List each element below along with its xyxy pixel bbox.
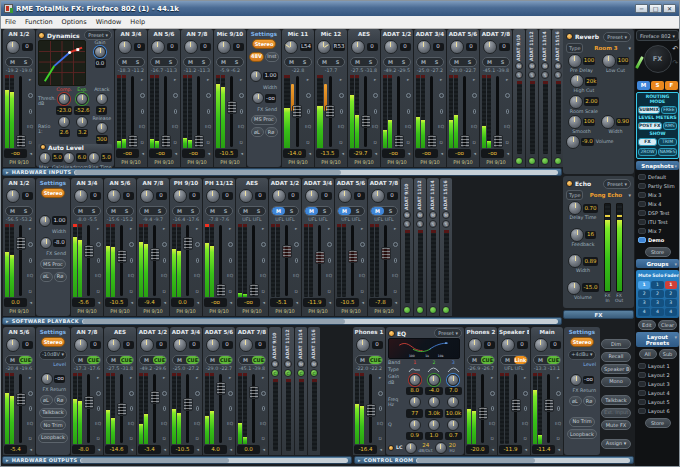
talkback-dot-icon[interactable]	[373, 93, 378, 98]
collapse-strip-icon[interactable]: ◂	[28, 446, 34, 453]
channel-label[interactable]: ADAT 7/8	[481, 30, 511, 38]
collapse-strip-icon[interactable]: ◂	[378, 446, 384, 453]
talkback-dot-icon[interactable]	[523, 391, 528, 396]
channel-label[interactable]: AES	[349, 30, 379, 38]
checkbox[interactable]	[638, 381, 646, 387]
phase-left-button[interactable]: øL	[40, 272, 53, 282]
solo-button[interactable]: S	[164, 58, 177, 66]
fader[interactable]	[281, 224, 292, 297]
pan-knob[interactable]	[468, 338, 482, 352]
band2-freq-knob[interactable]	[428, 396, 440, 408]
eq-indicator[interactable]: EQ	[377, 422, 383, 426]
fader-cap[interactable]	[493, 135, 503, 148]
menu-item-help[interactable]: Help	[130, 18, 145, 26]
inputs-scrollbar[interactable]	[74, 170, 558, 175]
list-item-partly-slim[interactable]: Partly Slim	[638, 182, 677, 190]
solo-group-4[interactable]: 4	[651, 308, 663, 316]
undo-icon[interactable]: ↶	[672, 46, 678, 53]
fader[interactable]	[459, 75, 470, 148]
solo-button[interactable]: S	[515, 71, 523, 79]
collapse-strip-icon[interactable]: ◂	[523, 446, 529, 453]
pan-knob[interactable]	[239, 338, 253, 352]
channel-label[interactable]: ADAT 9/10	[405, 180, 410, 210]
pan-knob[interactable]	[272, 189, 286, 203]
collapse-strip-icon[interactable]: ◂	[140, 150, 146, 157]
band2-gain-knob[interactable]	[428, 374, 440, 386]
channel-label[interactable]: AN 1/2	[4, 179, 34, 187]
mute-button[interactable]: M	[528, 62, 536, 70]
dynamics-indicator[interactable]: D	[261, 290, 264, 294]
mute-button[interactable]: M	[151, 58, 164, 66]
checkbox[interactable]	[638, 219, 646, 225]
fader[interactable]	[127, 75, 138, 148]
collapse-row-icon[interactable]: ▸	[6, 318, 9, 324]
phantom-48v-button[interactable]: 48V	[249, 52, 264, 62]
fader[interactable]	[248, 224, 259, 297]
pan-knob[interactable]	[74, 338, 88, 352]
fader-cap[interactable]	[544, 399, 554, 412]
cue-button[interactable]: CUE	[219, 356, 232, 364]
solo-button[interactable]: S	[252, 207, 265, 215]
list-item-mix-3[interactable]: Mix 3	[638, 191, 677, 199]
fader[interactable]	[193, 75, 204, 148]
mute-button[interactable]: M	[284, 360, 292, 368]
solo-button[interactable]: S	[120, 207, 133, 215]
collapse-strip-icon[interactable]: ◂	[129, 446, 135, 453]
talkback-dot-icon[interactable]	[28, 242, 33, 247]
mute-button[interactable]: M	[173, 356, 186, 364]
title-bar[interactable]: RME TotalMix FX: Fireface 802 (1) - 44.1…	[1, 1, 679, 16]
mute-button[interactable]: M	[534, 356, 547, 364]
dynamics-indicator[interactable]: D	[195, 290, 198, 294]
channel-label[interactable]: AN 3/4	[72, 179, 102, 187]
cue-button[interactable]: C	[310, 369, 318, 377]
free-toggle[interactable]: FREE	[661, 106, 677, 115]
fader-cap[interactable]	[325, 105, 335, 118]
fx-output-knob[interactable]: FX	[644, 45, 672, 73]
channel-label[interactable]: ADAT 1/2	[138, 328, 168, 336]
checkbox[interactable]	[638, 210, 646, 216]
mute-button[interactable]: M	[483, 58, 496, 66]
outputs-scrollbar[interactable]	[80, 458, 348, 463]
pan-knob[interactable]	[107, 189, 121, 203]
dynamics-indicator[interactable]: D	[195, 437, 198, 441]
solo-button[interactable]: S	[186, 207, 199, 215]
loopback-button[interactable]: Loopback	[38, 433, 68, 443]
talkback-dot-icon[interactable]	[129, 242, 134, 247]
dynamics-indicator[interactable]: D	[28, 290, 31, 294]
snapshots-header[interactable]: Snapshots▾	[636, 161, 679, 170]
echo-type-value[interactable]: Pong Echo	[585, 192, 626, 198]
dynamics-indicator[interactable]: D	[523, 437, 526, 441]
fader[interactable]	[182, 224, 193, 297]
hardware-inputs-bar[interactable]: ▸ HARDWARE INPUTS	[2, 168, 562, 176]
eq-indicator[interactable]: EQ	[95, 422, 101, 426]
pan-knob[interactable]	[501, 338, 515, 352]
fader[interactable]	[15, 75, 26, 148]
fader-group-2[interactable]: 2	[665, 290, 677, 298]
dynamics-enable-led[interactable]	[38, 32, 45, 39]
cue-button[interactable]: CUE	[481, 356, 494, 364]
pre-delay-knob[interactable]	[568, 54, 582, 68]
cue-button[interactable]: C	[271, 369, 279, 377]
mute-button[interactable]: M	[338, 207, 351, 215]
dynamics-indicator[interactable]: D	[162, 290, 165, 294]
names-toggle[interactable]: NAMES	[658, 148, 677, 157]
cue-button[interactable]	[442, 306, 450, 314]
attack-knob[interactable]	[96, 93, 108, 105]
cue-button[interactable]	[416, 306, 424, 314]
fader-cap[interactable]	[16, 237, 26, 250]
trim-toggle[interactable]: TRIM	[658, 138, 677, 147]
eq-indicator[interactable]: EQ	[392, 274, 398, 278]
assign--button[interactable]: Assign ▾	[601, 439, 631, 449]
band3-gain-knob[interactable]	[447, 374, 459, 386]
cue-button[interactable]: CUE	[547, 356, 560, 364]
eq-indicator[interactable]: EQ	[438, 125, 444, 129]
fader-cap[interactable]	[117, 250, 127, 263]
mute-button[interactable]: M	[140, 356, 153, 364]
mute-button[interactable]: M	[217, 58, 230, 66]
groups-edit-button[interactable]: Edit	[638, 320, 656, 330]
collapse-strip-icon[interactable]: ◂	[472, 150, 478, 157]
channel-label[interactable]: AES	[105, 328, 135, 336]
mute-button[interactable]: M	[403, 211, 411, 219]
eq-indicator[interactable]: EQ	[522, 422, 528, 426]
channel-label[interactable]: PH 9/10	[171, 179, 201, 187]
